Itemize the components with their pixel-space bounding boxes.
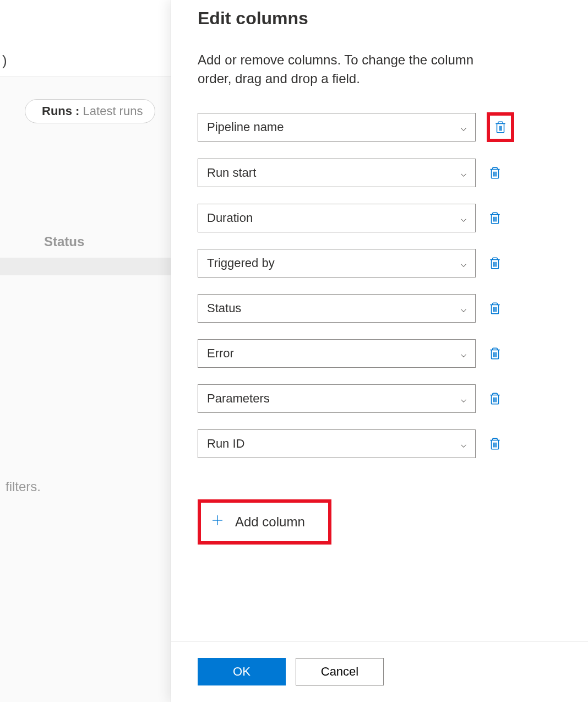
edit-columns-panel: Edit columns Add or remove columns. To c… <box>171 0 588 702</box>
chip-label: Runs : <box>42 104 79 118</box>
chip-value: Latest runs <box>79 104 143 118</box>
chevron-down-icon <box>459 395 466 402</box>
chevron-down-icon <box>459 350 466 357</box>
column-select[interactable]: Duration <box>198 204 476 232</box>
column-select-label: Duration <box>207 211 253 225</box>
delete-column-button[interactable] <box>492 119 509 135</box>
delete-column-button[interactable] <box>487 345 503 362</box>
column-row: Error <box>198 339 562 368</box>
background-paren: ) <box>2 52 7 69</box>
delete-highlight <box>487 112 514 142</box>
column-select-label: Triggered by <box>207 256 275 270</box>
column-select[interactable]: Status <box>198 294 476 323</box>
delete-column-button[interactable] <box>487 255 503 271</box>
add-column-button[interactable]: Add column <box>202 504 327 540</box>
add-column-label: Add column <box>235 514 305 530</box>
column-row: Run start <box>198 159 562 187</box>
column-select-label: Run start <box>207 166 256 180</box>
delete-column-button[interactable] <box>487 300 503 317</box>
background-row <box>0 258 171 275</box>
column-row: Triggered by <box>198 249 562 277</box>
status-column-header: Status <box>44 234 84 249</box>
column-select[interactable]: Pipeline name <box>198 113 476 142</box>
chevron-down-icon <box>459 440 466 448</box>
column-select-label: Pipeline name <box>207 120 284 134</box>
filters-text: filters. <box>6 479 41 494</box>
column-select[interactable]: Error <box>198 339 476 368</box>
delete-column-button[interactable] <box>487 436 503 452</box>
cancel-button[interactable]: Cancel <box>296 658 384 685</box>
runs-filter-chip[interactable]: Runs : Latest runs <box>25 99 155 123</box>
cancel-label: Cancel <box>321 665 358 679</box>
column-select[interactable]: Triggered by <box>198 249 476 277</box>
chevron-down-icon <box>459 169 466 177</box>
column-row: Status <box>198 294 562 323</box>
delete-column-button[interactable] <box>487 390 503 407</box>
column-row: Parameters <box>198 384 562 413</box>
column-select-label: Run ID <box>207 437 244 451</box>
column-row: Duration <box>198 204 562 232</box>
delete-column-button[interactable] <box>487 165 503 181</box>
plus-icon <box>211 514 224 530</box>
delete-column-button[interactable] <box>487 210 503 226</box>
chevron-down-icon <box>459 123 466 131</box>
chevron-down-icon <box>459 214 466 222</box>
ok-label: OK <box>233 665 251 679</box>
background-top-bar: ) <box>0 0 171 77</box>
panel-title: Edit columns <box>198 8 562 29</box>
column-select-label: Parameters <box>207 391 270 406</box>
panel-description: Add or remove columns. To change the col… <box>198 51 506 88</box>
chevron-down-icon <box>459 259 466 267</box>
column-select[interactable]: Run ID <box>198 429 476 458</box>
column-select-label: Status <box>207 301 241 315</box>
ok-button[interactable]: OK <box>198 658 286 685</box>
panel-footer: OK Cancel <box>171 641 588 702</box>
add-column-highlight: Add column <box>198 499 331 545</box>
chevron-down-icon <box>459 304 466 312</box>
column-select[interactable]: Run start <box>198 159 476 187</box>
column-row: Pipeline name <box>198 112 562 142</box>
column-row: Run ID <box>198 429 562 458</box>
panel-body: Edit columns Add or remove columns. To c… <box>171 0 588 641</box>
column-select[interactable]: Parameters <box>198 384 476 413</box>
background-layer: ) Runs : Latest runs Status filters. <box>0 0 171 702</box>
column-select-label: Error <box>207 346 234 361</box>
